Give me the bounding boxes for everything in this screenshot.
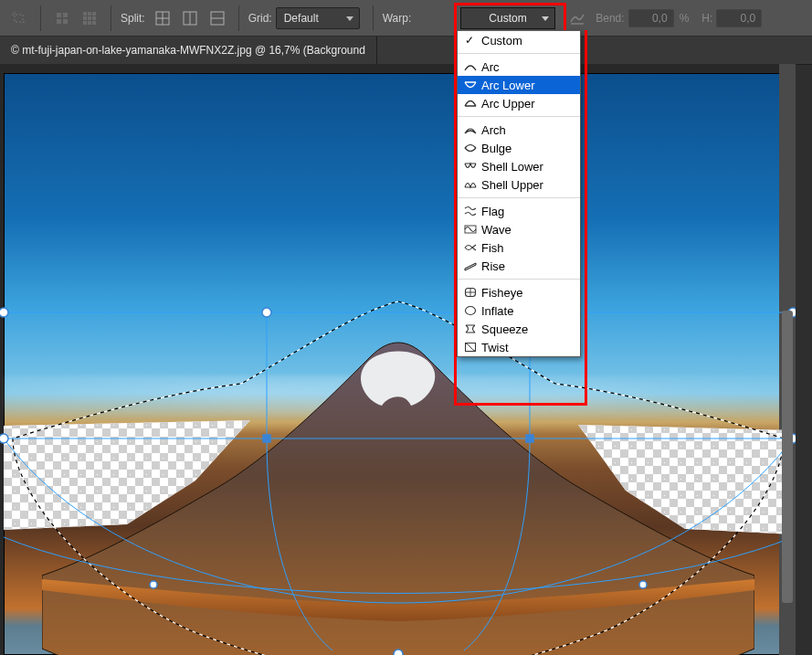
- h-distort-label: H:: [701, 12, 712, 25]
- shell-upper-icon: [463, 178, 477, 191]
- bulge-icon: [463, 142, 477, 154]
- dropdown-separator: [458, 53, 580, 54]
- dd-label: Squeeze: [481, 322, 528, 336]
- toolbar-separator: [373, 5, 374, 31]
- dropdown-separator: [458, 116, 580, 117]
- inflate-icon: [463, 304, 477, 317]
- document-tab-title: © mt-fuji-japan-on-lake-yamanaka-MWFNX2Z…: [11, 44, 365, 57]
- svg-rect-12: [92, 21, 96, 25]
- dd-label: Arc Upper: [481, 97, 535, 111]
- svg-rect-3: [63, 19, 68, 24]
- svg-rect-2: [57, 19, 61, 24]
- crop-tool-icon: [7, 6, 31, 30]
- svg-rect-5: [88, 12, 91, 16]
- warp-option-twist[interactable]: Twist: [458, 338, 580, 356]
- document-image: [4, 73, 793, 655]
- dd-label: Inflate: [481, 304, 513, 318]
- warp-style-value: Custom: [489, 12, 526, 25]
- svg-rect-4: [83, 12, 87, 16]
- dd-label: Twist: [481, 341, 509, 354]
- fisheye-icon: [463, 286, 477, 299]
- dd-label: Custom: [481, 34, 522, 48]
- warp-label: Warp:: [383, 12, 412, 25]
- toggle-warp-mesh-button[interactable]: [566, 7, 588, 29]
- svg-rect-7: [83, 16, 87, 20]
- warp-option-bulge[interactable]: Bulge: [458, 139, 580, 157]
- shell-lower-icon: [463, 160, 477, 173]
- chevron-down-icon: [542, 16, 549, 21]
- dropdown-separator: [458, 197, 580, 198]
- warp-option-squeeze[interactable]: Squeeze: [458, 320, 580, 338]
- dropdown-separator: [458, 279, 580, 280]
- arc-lower-icon: [463, 79, 477, 91]
- grid-select-value: Default: [284, 12, 319, 25]
- arc-icon: [463, 60, 477, 73]
- delete-warp-split-icon: [50, 6, 74, 30]
- fish-icon: [463, 241, 477, 254]
- warp-option-arc-upper[interactable]: Arc Upper: [458, 94, 580, 112]
- svg-rect-6: [92, 12, 96, 16]
- warp-option-fish[interactable]: Fish: [458, 238, 580, 257]
- bend-field[interactable]: 0,0: [628, 9, 674, 27]
- arc-upper-icon: [463, 97, 477, 110]
- toolbar-separator: [111, 5, 111, 31]
- warp-option-fisheye[interactable]: Fisheye: [458, 283, 580, 301]
- dd-label: Rise: [481, 259, 505, 273]
- grid-select[interactable]: Default: [276, 7, 360, 29]
- dd-label: Fish: [481, 241, 504, 255]
- warp-option-shell-lower[interactable]: Shell Lower: [458, 157, 580, 175]
- percent-label: %: [680, 12, 690, 25]
- svg-rect-1: [63, 13, 68, 17]
- squeeze-icon: [463, 322, 477, 335]
- dd-label: Shell Upper: [481, 178, 543, 192]
- rise-icon: [463, 259, 477, 272]
- vertical-scrollbar-thumb[interactable]: [782, 311, 793, 603]
- split-crosswise-button[interactable]: [151, 6, 174, 30]
- warp-option-custom[interactable]: Custom: [458, 31, 580, 49]
- warp-option-arch[interactable]: Arch: [458, 121, 580, 139]
- warp-style-select[interactable]: Custom: [460, 7, 555, 29]
- warp-style-dropdown[interactable]: Custom Arc Arc Lower Arc Upper Arch Bulg…: [457, 30, 581, 357]
- mountain-illustration: [42, 320, 754, 655]
- warp-option-arc[interactable]: Arc: [458, 58, 580, 76]
- document-tab-strip: © mt-fuji-japan-on-lake-yamanaka-MWFNX2Z…: [0, 37, 812, 65]
- svg-point-39: [465, 307, 475, 315]
- warp-option-flag[interactable]: Flag: [458, 202, 580, 220]
- toolbar-separator: [40, 5, 41, 31]
- svg-rect-9: [92, 16, 96, 20]
- dd-label: Wave: [481, 223, 511, 237]
- dd-label: Fisheye: [481, 286, 523, 300]
- canvas-area[interactable]: [0, 64, 796, 655]
- warp-option-inflate[interactable]: Inflate: [458, 301, 580, 320]
- wave-icon: [463, 223, 477, 236]
- toolbar-separator: [238, 5, 239, 31]
- twist-icon: [463, 341, 477, 354]
- grid-options-icon: [78, 6, 101, 30]
- warp-option-rise[interactable]: Rise: [458, 257, 580, 275]
- flag-icon: [463, 205, 477, 217]
- dd-label: Shell Lower: [481, 160, 543, 174]
- warp-option-shell-upper[interactable]: Shell Upper: [458, 175, 580, 194]
- arch-icon: [463, 123, 477, 136]
- split-vertical-button[interactable]: [178, 6, 202, 30]
- svg-rect-8: [88, 16, 91, 20]
- h-distort-field[interactable]: 0,0: [716, 9, 762, 27]
- warp-option-wave[interactable]: Wave: [458, 220, 580, 238]
- dd-label: Arc: [481, 60, 500, 74]
- svg-rect-10: [83, 21, 87, 25]
- transform-options-toolbar: Split: Grid: Default Warp: Bend: 0,0 % H…: [0, 0, 812, 37]
- dd-label: Arch: [481, 123, 506, 137]
- split-horizontal-button[interactable]: [206, 6, 229, 30]
- bend-label: Bend:: [596, 12, 624, 25]
- grid-label: Grid:: [248, 12, 272, 25]
- split-label: Split:: [121, 12, 145, 25]
- svg-rect-0: [57, 13, 61, 17]
- document-tab[interactable]: © mt-fuji-japan-on-lake-yamanaka-MWFNX2Z…: [0, 37, 377, 64]
- svg-rect-11: [88, 21, 91, 25]
- dd-label: Bulge: [481, 142, 511, 155]
- warp-option-arc-lower[interactable]: Arc Lower: [458, 76, 580, 94]
- dd-label: Arc Lower: [481, 79, 535, 92]
- dd-label: Flag: [481, 205, 504, 218]
